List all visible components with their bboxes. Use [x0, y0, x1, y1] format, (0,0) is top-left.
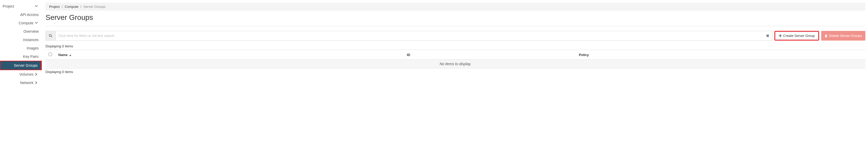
chevron-down-icon — [34, 22, 38, 25]
svg-rect-3 — [779, 36, 782, 36]
search-group: ✖ — [45, 31, 772, 40]
toolbar: ✖ Create Server Group Delete Server Grou… — [45, 31, 865, 40]
create-button-label: Create Server Group — [783, 34, 815, 38]
page-title: Server Groups — [45, 13, 865, 26]
trash-icon — [825, 34, 828, 37]
search-input[interactable] — [56, 31, 764, 40]
delete-server-groups-button[interactable]: Delete Server Groups — [821, 31, 865, 40]
svg-rect-4 — [825, 35, 827, 35]
chevron-down-icon — [34, 5, 38, 8]
sidebar-section-project[interactable]: Project — [0, 2, 42, 10]
create-server-group-button[interactable]: Create Server Group — [775, 32, 818, 39]
displaying-count-top: Displaying 0 items — [45, 44, 865, 48]
breadcrumb-compute[interactable]: Compute — [65, 5, 79, 9]
empty-message: No items to display. — [45, 60, 865, 68]
svg-rect-6 — [826, 34, 827, 35]
sidebar-item-server-groups[interactable]: Server Groups — [0, 61, 42, 70]
sidebar-section-network[interactable]: Network — [0, 79, 42, 87]
breadcrumb-separator: / — [62, 5, 63, 9]
sidebar: Project API Access Compute Overview Inst… — [0, 0, 42, 87]
sort-ascending-icon: ▲ — [69, 54, 72, 57]
plus-icon — [779, 34, 782, 37]
column-name-label: Name — [58, 53, 67, 57]
sidebar-item-overview[interactable]: Overview — [0, 27, 42, 36]
breadcrumb-current: Server Groups — [84, 5, 105, 9]
chevron-right-icon — [34, 73, 38, 76]
sidebar-section-volumes[interactable]: Volumes — [0, 70, 42, 79]
sidebar-item-api-access[interactable]: API Access — [0, 10, 42, 19]
breadcrumb-project[interactable]: Project — [49, 5, 60, 9]
create-button-highlight: Create Server Group — [774, 31, 819, 40]
delete-button-label: Delete Server Groups — [829, 34, 862, 38]
table-empty-row: No items to display. — [45, 60, 865, 68]
select-all-header — [45, 50, 55, 60]
sidebar-project-label: Project — [2, 4, 34, 8]
sidebar-section-compute[interactable]: Compute — [0, 19, 42, 27]
main-content: Project / Compute / Server Groups Server… — [42, 0, 868, 87]
sidebar-network-label: Network — [2, 81, 34, 85]
breadcrumb: Project / Compute / Server Groups — [45, 3, 865, 11]
clear-search-button[interactable]: ✖ — [764, 31, 772, 40]
column-header-policy[interactable]: Policy — [576, 50, 865, 60]
displaying-count-bottom: Displaying 0 items — [45, 70, 865, 74]
search-icon[interactable] — [46, 31, 56, 40]
sidebar-item-instances[interactable]: Instances — [0, 36, 42, 44]
select-all-checkbox[interactable] — [49, 53, 52, 56]
svg-point-0 — [49, 34, 51, 36]
sidebar-item-key-pairs[interactable]: Key Pairs — [0, 52, 42, 61]
server-groups-table: Name ▲ ID Policy No items to display. — [45, 50, 865, 68]
svg-rect-5 — [826, 35, 827, 37]
svg-line-1 — [51, 36, 52, 37]
sidebar-volumes-label: Volumes — [2, 72, 34, 77]
sidebar-item-images[interactable]: Images — [0, 44, 42, 52]
column-header-name[interactable]: Name ▲ — [55, 50, 404, 60]
close-icon: ✖ — [766, 33, 769, 38]
column-header-id[interactable]: ID — [404, 50, 576, 60]
sidebar-compute-label: Compute — [2, 21, 34, 25]
chevron-right-icon — [34, 81, 38, 84]
breadcrumb-separator: / — [81, 5, 82, 9]
